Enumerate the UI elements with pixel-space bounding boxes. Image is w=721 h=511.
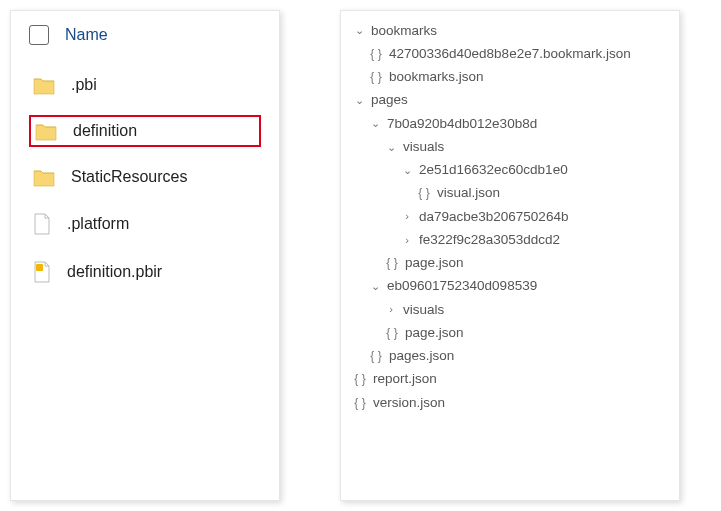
tree-item-label: visual.json xyxy=(437,183,500,203)
json-icon: { } xyxy=(353,394,367,412)
pbir-file-icon xyxy=(33,261,51,283)
chevron-right-icon: › xyxy=(401,208,413,225)
json-icon: { } xyxy=(369,347,383,365)
tree-item-label: pages.json xyxy=(389,346,454,366)
tree-row[interactable]: { }page.json xyxy=(347,252,673,275)
tree-row[interactable]: ⌄pages xyxy=(347,89,673,112)
tree-item-label: report.json xyxy=(373,369,437,389)
tree-row[interactable]: ⌄2e51d16632ec60cdb1e0 xyxy=(347,159,673,182)
file-name-label: definition.pbir xyxy=(67,263,162,281)
chevron-down-icon: ⌄ xyxy=(369,278,381,295)
tree-item-label: visuals xyxy=(403,300,444,320)
tree-item-label: 7b0a920b4db012e30b8d xyxy=(387,114,537,134)
file-row--pbi[interactable]: .pbi xyxy=(29,69,261,101)
tree-row[interactable]: { }page.json xyxy=(347,321,673,344)
tree-panel: ⌄bookmarks{ }42700336d40ed8b8e2e7.bookma… xyxy=(340,10,680,501)
tree-row[interactable]: ›da79acbe3b206750264b xyxy=(347,205,673,228)
tree-item-label: page.json xyxy=(405,253,464,273)
chevron-down-icon: ⌄ xyxy=(401,162,413,179)
tree-item-label: bookmarks.json xyxy=(389,67,484,87)
tree-row[interactable]: { }version.json xyxy=(347,391,673,414)
folder-icon xyxy=(35,121,57,141)
tree-row[interactable]: { }bookmarks.json xyxy=(347,66,673,89)
folder-icon xyxy=(33,167,55,187)
tree-row[interactable]: { }42700336d40ed8b8e2e7.bookmark.json xyxy=(347,42,673,65)
chevron-down-icon: ⌄ xyxy=(385,139,397,156)
tree-item-label: fe322f9c28a3053ddcd2 xyxy=(419,230,560,250)
file-row-definition-pbir[interactable]: definition.pbir xyxy=(29,255,261,289)
json-icon: { } xyxy=(369,68,383,86)
file-list-header: Name xyxy=(29,25,261,55)
json-icon: { } xyxy=(385,254,399,272)
chevron-right-icon: › xyxy=(385,301,397,318)
tree-row[interactable]: { }report.json xyxy=(347,368,673,391)
column-header-name[interactable]: Name xyxy=(65,26,108,44)
file-name-label: .platform xyxy=(67,215,129,233)
chevron-down-icon: ⌄ xyxy=(353,92,365,109)
tree-row[interactable]: ⌄eb09601752340d098539 xyxy=(347,275,673,298)
tree-item-label: bookmarks xyxy=(371,21,437,41)
file-row-definition[interactable]: definition xyxy=(29,115,261,147)
tree-item-label: pages xyxy=(371,90,408,110)
tree-row[interactable]: { }pages.json xyxy=(347,345,673,368)
file-icon xyxy=(33,213,51,235)
tree-row[interactable]: ›fe322f9c28a3053ddcd2 xyxy=(347,228,673,251)
tree-row[interactable]: ›visuals xyxy=(347,298,673,321)
file-row--platform[interactable]: .platform xyxy=(29,207,261,241)
select-all-checkbox[interactable] xyxy=(29,25,49,45)
json-icon: { } xyxy=(369,45,383,63)
tree-item-label: 42700336d40ed8b8e2e7.bookmark.json xyxy=(389,44,631,64)
tree-row[interactable]: ⌄bookmarks xyxy=(347,19,673,42)
tree-item-label: page.json xyxy=(405,323,464,343)
file-list-body: .pbidefinitionStaticResources.platformde… xyxy=(29,69,261,289)
tree-item-label: version.json xyxy=(373,393,445,413)
file-name-label: .pbi xyxy=(71,76,97,94)
json-icon: { } xyxy=(353,370,367,388)
tree-item-label: da79acbe3b206750264b xyxy=(419,207,568,227)
chevron-right-icon: › xyxy=(401,232,413,249)
json-icon: { } xyxy=(417,184,431,202)
file-row-StaticResources[interactable]: StaticResources xyxy=(29,161,261,193)
tree-item-label: eb09601752340d098539 xyxy=(387,276,537,296)
chevron-down-icon: ⌄ xyxy=(369,115,381,132)
file-name-label: definition xyxy=(73,122,137,140)
file-name-label: StaticResources xyxy=(71,168,188,186)
file-list-panel: Name .pbidefinitionStaticResources.platf… xyxy=(10,10,280,501)
chevron-down-icon: ⌄ xyxy=(353,22,365,39)
tree-row[interactable]: ⌄visuals xyxy=(347,135,673,158)
tree-row[interactable]: ⌄7b0a920b4db012e30b8d xyxy=(347,112,673,135)
tree-item-label: 2e51d16632ec60cdb1e0 xyxy=(419,160,568,180)
json-icon: { } xyxy=(385,324,399,342)
tree-item-label: visuals xyxy=(403,137,444,157)
folder-icon xyxy=(33,75,55,95)
tree-row[interactable]: { }visual.json xyxy=(347,182,673,205)
